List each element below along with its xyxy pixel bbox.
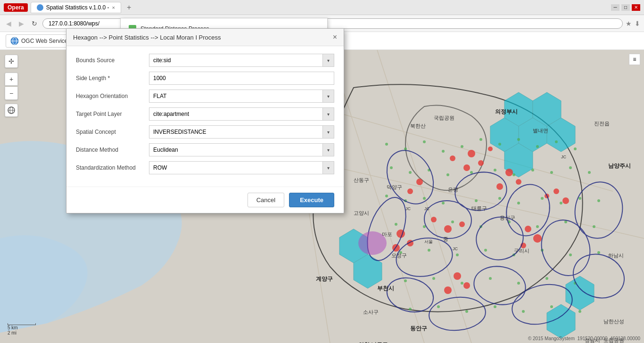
svg-point-50 bbox=[461, 145, 463, 148]
window-close-button[interactable]: ✕ bbox=[632, 4, 640, 11]
new-tab-button[interactable]: + bbox=[124, 3, 134, 12]
browser-tab[interactable]: Spatial Statistics v.1.0.0 - × bbox=[31, 2, 121, 13]
svg-point-57 bbox=[390, 166, 393, 169]
dialog-body: Bounds Source cite:sid ▾ Side Length * H… bbox=[66, 46, 344, 187]
side-length-row: Side Length * bbox=[76, 72, 334, 85]
scale-mi: 2 mi bbox=[8, 330, 17, 335]
bookmark-icon[interactable]: ★ bbox=[626, 20, 632, 27]
svg-point-77 bbox=[578, 197, 581, 200]
standardization-method-dropdown-btn[interactable]: ▾ bbox=[323, 161, 334, 174]
standardization-method-label: Standardization Method bbox=[76, 164, 149, 171]
svg-point-94 bbox=[597, 251, 600, 254]
svg-text:태릉구: 태릉구 bbox=[471, 205, 487, 211]
map-scale: 5 km 2 mi bbox=[8, 323, 36, 335]
standardization-method-row: Standardization Method ROW ▾ bbox=[76, 161, 334, 174]
svg-text:소사구: 소사구 bbox=[363, 309, 379, 315]
svg-text:JC: JC bbox=[424, 206, 430, 211]
target-point-layer-row: Target Point Layer cite:apartment ▾ bbox=[76, 107, 334, 121]
svg-point-73 bbox=[498, 197, 501, 200]
svg-point-64 bbox=[531, 169, 534, 172]
svg-point-72 bbox=[475, 199, 478, 202]
svg-text:국립공원: 국립공원 bbox=[434, 115, 454, 121]
svg-point-49 bbox=[442, 150, 445, 153]
svg-point-74 bbox=[517, 202, 520, 204]
bounds-source-row: Bounds Source cite:sid ▾ bbox=[76, 54, 334, 67]
svg-point-25 bbox=[450, 155, 455, 161]
svg-point-62 bbox=[494, 169, 496, 172]
svg-point-35 bbox=[525, 226, 531, 232]
svg-point-106 bbox=[522, 310, 525, 313]
hexagon-orientation-control: FLAT ▾ bbox=[149, 90, 334, 103]
forward-button[interactable]: ▶ bbox=[17, 19, 26, 28]
pan-button[interactable]: ✢ bbox=[5, 55, 18, 68]
svg-point-80 bbox=[423, 225, 426, 228]
svg-text:진전읍: 진전읍 bbox=[594, 121, 610, 126]
svg-point-26 bbox=[505, 169, 513, 176]
svg-point-63 bbox=[512, 173, 515, 176]
svg-text:JC: JC bbox=[561, 155, 567, 159]
svg-point-44 bbox=[407, 188, 413, 194]
hexagon-orientation-dropdown-btn[interactable]: ▾ bbox=[323, 90, 334, 103]
svg-text:덕양구: 덕양구 bbox=[387, 184, 402, 190]
svg-text:북한산: 북한산 bbox=[410, 123, 426, 129]
side-length-input[interactable] bbox=[149, 72, 334, 85]
spatial-concept-control: INVERSEDISTANCE ▾ bbox=[149, 125, 334, 139]
bounds-source-value[interactable]: cite:sid bbox=[149, 54, 323, 67]
zoom-out-button[interactable]: − bbox=[5, 87, 18, 100]
svg-point-68 bbox=[385, 195, 388, 197]
svg-point-51 bbox=[479, 138, 482, 141]
svg-text:고양시: 고양시 bbox=[354, 210, 369, 216]
refresh-button[interactable]: ↻ bbox=[29, 19, 40, 28]
opera-button[interactable]: Opera bbox=[4, 3, 28, 12]
svg-point-85 bbox=[564, 220, 567, 223]
svg-point-45 bbox=[416, 179, 423, 185]
spatial-concept-dropdown-btn[interactable]: ▾ bbox=[323, 125, 334, 139]
svg-point-36 bbox=[533, 234, 542, 243]
dialog-close-button[interactable]: × bbox=[333, 33, 337, 41]
download-icon[interactable]: ⬇ bbox=[635, 20, 640, 27]
bounds-source-select-wrap: cite:sid ▾ bbox=[149, 54, 334, 67]
svg-text:용신구: 용신구 bbox=[500, 215, 515, 220]
distance-method-select-wrap: Euclidean ▾ bbox=[149, 143, 334, 156]
svg-point-104 bbox=[465, 310, 468, 313]
target-point-layer-value[interactable]: cite:apartment bbox=[149, 107, 323, 121]
svg-point-107 bbox=[550, 305, 553, 308]
svg-point-90 bbox=[484, 249, 487, 252]
svg-point-23 bbox=[463, 164, 470, 171]
execute-button[interactable]: Execute bbox=[289, 193, 334, 207]
svg-point-99 bbox=[517, 282, 520, 285]
svg-text:계양구: 계양구 bbox=[316, 276, 333, 282]
hexagon-orientation-value[interactable]: FLAT bbox=[149, 90, 323, 103]
svg-point-48 bbox=[423, 140, 426, 143]
standardization-method-value[interactable]: ROW bbox=[149, 161, 323, 174]
bounds-source-dropdown-btn[interactable]: ▾ bbox=[323, 54, 334, 67]
minimize-button[interactable]: ─ bbox=[611, 4, 619, 11]
tab-title: Spatial Statistics v.1.0.0 - bbox=[46, 4, 109, 11]
target-point-layer-label: Target Point Layer bbox=[76, 111, 149, 117]
target-point-layer-select-wrap: cite:apartment ▾ bbox=[149, 107, 334, 121]
maximize-button[interactable]: □ bbox=[621, 4, 630, 11]
svg-point-71 bbox=[442, 202, 445, 204]
svg-text:남한산성: 남한산성 bbox=[603, 318, 624, 324]
back-button[interactable]: ◀ bbox=[4, 19, 14, 28]
svg-point-108 bbox=[578, 310, 581, 313]
bounds-source-label: Bounds Source bbox=[76, 57, 149, 64]
cancel-button[interactable]: Cancel bbox=[248, 193, 284, 207]
svg-point-47 bbox=[404, 147, 407, 150]
svg-point-56 bbox=[574, 147, 577, 150]
distance-method-value[interactable]: Euclidean bbox=[149, 143, 323, 156]
target-point-layer-dropdown-btn[interactable]: ▾ bbox=[323, 107, 334, 121]
globe-button[interactable] bbox=[5, 104, 18, 117]
svg-text:서울: 서울 bbox=[424, 239, 433, 244]
standardization-method-select-wrap: ROW ▾ bbox=[149, 161, 334, 174]
svg-point-32 bbox=[431, 217, 437, 222]
map-controls: ✢ + − bbox=[5, 55, 18, 117]
right-panel-toggle[interactable]: ≡ bbox=[629, 54, 640, 65]
tab-close-button[interactable]: × bbox=[112, 5, 115, 10]
zoom-in-button[interactable]: + bbox=[5, 73, 18, 86]
svg-point-34 bbox=[459, 221, 465, 227]
svg-point-41 bbox=[553, 188, 559, 194]
spatial-concept-value[interactable]: INVERSEDISTANCE bbox=[149, 125, 323, 139]
svg-text:은평: 은평 bbox=[448, 187, 458, 192]
distance-method-dropdown-btn[interactable]: ▾ bbox=[323, 143, 334, 156]
